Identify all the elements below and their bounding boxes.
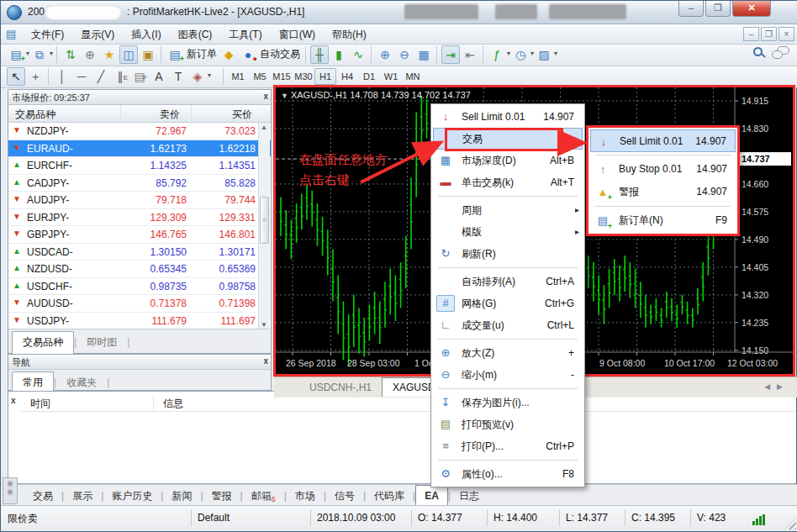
context-menu-item-print-preview[interactable]: ▤打印预览(v) (433, 413, 583, 435)
new-chart-button[interactable]: ▤+ (7, 45, 25, 64)
template-selector-button[interactable]: ▨ (535, 45, 553, 64)
scroll-down-icon[interactable]: ▼ (261, 321, 267, 329)
menu-item-0[interactable]: 文件(F) (23, 24, 72, 45)
context-menu-item-grid[interactable]: #网格(G)Ctrl+G (433, 292, 583, 314)
trendline-button[interactable]: ╱ (92, 67, 110, 86)
context-menu-item-auto-arrange[interactable]: 自动排列(A)Ctrl+A (433, 271, 583, 292)
menu-item-4[interactable]: 工具(T) (220, 24, 270, 45)
market-watch-row-eurchf[interactable]: ▲EURCHF-1.143251.14351 (8, 157, 271, 175)
trade-submenu-item-sell-limit[interactable]: ↓Sell Limit 0.0114.907 (590, 129, 736, 152)
bar-chart-mode-button[interactable]: ╫ (310, 45, 329, 64)
dropdown-caret-icon[interactable]: ▾ (26, 45, 29, 63)
context-menu-item-save-as-picture[interactable]: ↧保存为图片(i)... (433, 392, 583, 413)
terminal-tab-5[interactable]: 邮箱6 (243, 485, 284, 507)
autotrading-label[interactable]: 自动交易 (260, 45, 300, 63)
trade-submenu-item-buy-stop[interactable]: ↑Buy Stop 0.0114.907 (590, 158, 736, 181)
market-watch-row-eurjpy[interactable]: ▼EURJPY-129.309129.331 (8, 209, 271, 227)
crosshair-button[interactable]: ＋ (26, 67, 45, 86)
dropdown-caret-icon[interactable]: ▾ (50, 45, 53, 63)
preview-window-button[interactable]: ▣ (139, 45, 157, 64)
chevron-down-icon[interactable]: ▼ (281, 92, 288, 100)
market-watch-row-nzdjpy[interactable]: ▼NZDJPY-72.96773.023 (8, 123, 271, 140)
auto-scroll-button[interactable]: ⇥ (441, 45, 460, 64)
dropdown-caret-icon[interactable]: ▾ (507, 45, 510, 63)
zoom-in-button[interactable]: ⊕ (376, 45, 394, 64)
period-selector-button[interactable]: ◷ (511, 45, 530, 64)
menu-item-1[interactable]: 显示(V) (72, 24, 123, 45)
zoom-out-button[interactable]: ⊖ (395, 45, 414, 64)
terminal-tab-2[interactable]: 账户历史 (103, 485, 161, 507)
terminal-tab-ea[interactable]: EA (415, 485, 448, 505)
context-menu-item-print[interactable]: ≡打印(P)...Ctrl+P (433, 435, 583, 457)
dropdown-caret-icon[interactable]: ▾ (554, 45, 557, 63)
restore-button[interactable]: ❐ (705, 1, 731, 17)
timeframe-m30-button[interactable]: M30 (293, 68, 314, 85)
new-order-button[interactable]: ▤+ (166, 45, 184, 64)
context-menu-item-trade[interactable]: 交易▸ (433, 128, 583, 150)
market-watch-button[interactable]: ◫ (119, 45, 138, 64)
mdi-close-button[interactable]: × (779, 27, 794, 41)
market-watch-row-gbpjpy[interactable]: ▼GBPJPY-146.765146.801 (8, 226, 271, 244)
cursor-button[interactable]: ↖ (7, 67, 25, 86)
mdi-restore-button[interactable]: ❐ (761, 27, 777, 41)
dropdown-caret-icon[interactable]: ▾ (530, 45, 534, 63)
timeframe-m15-button[interactable]: M15 (271, 68, 293, 85)
timeframe-h1-button[interactable]: H1 (314, 68, 336, 85)
timeframe-d1-button[interactable]: D1 (358, 68, 380, 85)
metaeditor-button[interactable]: ◆ (219, 45, 238, 64)
market-watch-row-usdjpy[interactable]: ▼USDJPY-111.679111.697 (8, 313, 271, 330)
tick-chart-button[interactable]: ⇅ (61, 45, 80, 64)
scroll-up-icon[interactable]: ▲ (261, 124, 267, 131)
context-menu-item-templates[interactable]: 模版▸ (433, 221, 583, 243)
autotrading-button[interactable]: ●● (239, 45, 257, 64)
close-panel-icon[interactable]: x (263, 356, 268, 366)
text-button[interactable]: A (150, 67, 168, 86)
context-menu-item-refresh[interactable]: ↻刷新(R) (433, 243, 583, 265)
terminal-tab-10[interactable]: 日志 (451, 485, 488, 507)
market-watch-tab-1[interactable]: 即时图 (77, 332, 127, 354)
timeframe-m1-button[interactable]: M1 (227, 68, 249, 85)
terminal-tab-4[interactable]: 警报 (203, 485, 240, 507)
menu-item-5[interactable]: 窗口(W) (271, 24, 324, 45)
chart-tab-0[interactable]: USDCNH-,H1 (299, 378, 382, 397)
fibonacci-retracement-button[interactable]: ▤F (130, 67, 149, 86)
profiles-button[interactable]: ⧉ (30, 45, 49, 64)
column-message[interactable]: 信息 (163, 397, 183, 411)
context-menu-item-timeframes[interactable]: 周期▸ (433, 199, 583, 221)
column-time[interactable]: 时间 (30, 397, 50, 411)
market-watch-row-nzdusd[interactable]: ▲NZDUSD-0.653450.65369 (8, 261, 271, 278)
context-menu-item-properties[interactable]: ⚙属性(o)...F8 (433, 463, 583, 485)
column-bid[interactable]: 卖价 (160, 108, 180, 122)
arrow-objects-button[interactable]: ◈ (188, 67, 207, 86)
context-menu-item-zoom-in[interactable]: ⊕放大(Z)+ (433, 342, 583, 364)
terminal-tab-6[interactable]: 市场 (287, 485, 324, 507)
timeframe-m5-button[interactable]: M5 (249, 68, 271, 85)
vertical-line-button[interactable]: │ (53, 67, 71, 86)
equidistant-channel-button[interactable]: ∥E (111, 67, 129, 86)
market-watch-row-cadjpy[interactable]: ▲CADJPY-85.79285.828 (8, 175, 271, 192)
favorites-button[interactable]: ★ (100, 45, 119, 64)
text-label-button[interactable]: T (169, 67, 187, 86)
column-ask[interactable]: 买价 (232, 108, 252, 122)
line-chart-mode-button[interactable]: ∿ (349, 45, 367, 64)
timeframe-h4-button[interactable]: H4 (336, 68, 358, 85)
docked-tab[interactable]: ※※ (3, 477, 18, 504)
market-watch-row-euraud[interactable]: ▼EURAUD-1.621731.62218 (8, 140, 271, 158)
terminal-tab-7[interactable]: 信号 (326, 485, 363, 507)
chart-shift-button[interactable]: ⇤ (461, 45, 479, 64)
market-watch-tab-0[interactable]: 交易品种 (12, 331, 74, 354)
close-button[interactable]: ✕ (732, 1, 771, 17)
crosshair-target-button[interactable]: ⊕ (81, 45, 99, 64)
timeframe-mn-button[interactable]: MN (402, 68, 424, 85)
horizontal-line-button[interactable]: ─ (72, 67, 91, 86)
close-panel-icon[interactable]: x (263, 92, 268, 101)
timeframe-w1-button[interactable]: W1 (380, 68, 402, 85)
market-watch-row-audusd[interactable]: ▼AUDUSD-0.713780.71398 (8, 295, 271, 313)
scrollbar-thumb[interactable]: ≡ (260, 197, 269, 244)
candlestick-mode-button[interactable]: ▮ (330, 45, 348, 64)
close-terminal-icon[interactable]: x (11, 396, 16, 405)
context-menu-item-sell-limit[interactable]: ↓Sell Limit 0.0114.907 (433, 106, 583, 128)
chat-icon[interactable] (777, 46, 789, 55)
context-menu-item-depth-of-market[interactable]: ▦市场深度(D)Alt+B (433, 150, 583, 171)
terminal-tab-1[interactable]: 展示 (64, 485, 101, 507)
